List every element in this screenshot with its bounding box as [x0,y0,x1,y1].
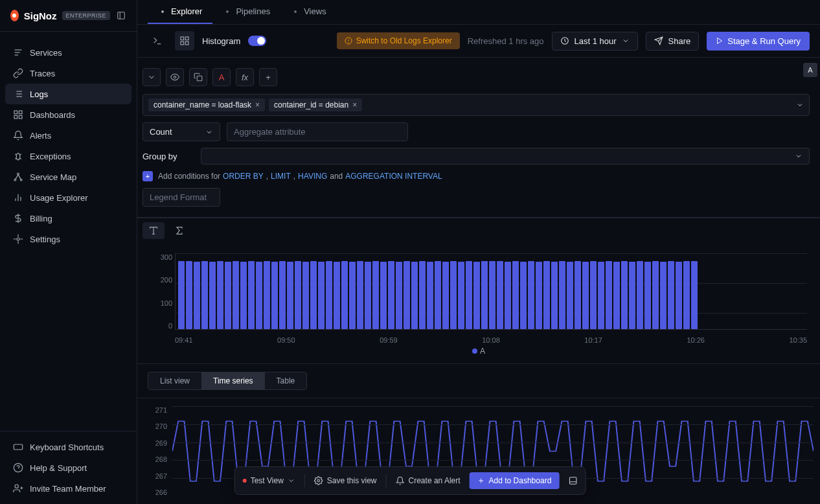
sidebar-item-keyboard-shortcuts[interactable]: Keyboard Shortcuts [5,437,131,457]
mode-label: Histogram [202,36,240,46]
chevron-down-icon[interactable] [142,68,161,86]
agg-interval-link[interactable]: AGGREGATION INTERVAL [345,172,442,181]
user-plus-icon [13,483,23,494]
sidebar-item-services[interactable]: Services [5,42,131,63]
sidebar-collapse-button[interactable] [115,8,126,23]
tab-views[interactable]: Views [280,0,336,24]
svg-rect-13 [19,115,22,119]
legend-format-input[interactable]: Legend Format [142,188,220,207]
svg-point-34 [162,10,163,12]
svg-point-36 [295,10,296,12]
sidebar-item-alerts[interactable]: Alerts [5,125,131,146]
group-by-label: Group by [142,148,194,165]
group-by-select[interactable] [201,148,810,165]
svg-point-17 [14,179,16,181]
tier-badge: ENTERPRISE [62,11,111,20]
sidebar-item-service-map[interactable]: Service Map [5,166,131,187]
share-label: Share [668,36,691,46]
view-tab-time-series[interactable]: Time series [201,372,265,389]
fx-button[interactable]: fx [236,68,254,86]
svg-marker-48 [718,38,722,44]
help-icon [13,463,23,473]
view-tab-list-view[interactable]: List view [148,372,201,389]
sidebar-item-logs[interactable]: Logs [5,84,131,104]
chevron-down-icon[interactable] [796,101,804,109]
sidebar-item-dashboards[interactable]: Dashboards [5,104,131,125]
svg-line-20 [18,175,21,179]
having-link[interactable]: HAVING [298,172,327,181]
query-badge-a[interactable]: A [212,68,231,86]
switch-old-label: Switch to Old Logs Explorer [356,36,452,45]
chart-legend: A [150,344,807,358]
close-icon[interactable]: × [352,100,357,109]
plus-icon[interactable]: + [142,171,153,181]
expand-button[interactable] [568,476,577,485]
add-to-dashboard-button[interactable]: Add to Dashboard [470,472,560,489]
svg-rect-38 [181,37,184,40]
svg-point-25 [17,238,19,240]
sidebar-item-help-support[interactable]: Help & Support [5,457,131,478]
terminal-button[interactable] [148,31,167,51]
filter-tag: container_name = load-flask× [148,98,265,111]
svg-rect-0 [117,12,124,19]
query-letter-badge: A [803,63,817,77]
svg-rect-11 [14,111,17,114]
svg-rect-41 [185,41,188,45]
sql-mode-button[interactable] [142,222,165,239]
tab-pipelines[interactable]: Pipelines [212,0,280,24]
svg-point-18 [20,179,22,181]
histogram-chart [175,253,807,330]
sidebar-item-exceptions[interactable]: Exceptions [5,146,131,166]
copy-button[interactable] [189,68,207,86]
svg-rect-39 [185,37,188,40]
filter-input[interactable]: container_name = load-flask× container_i… [142,94,810,116]
logs-icon [13,89,23,99]
floating-action-bar: Test View Save this view Create an Alert… [234,466,586,495]
chart-icon [13,192,23,203]
sidebar-item-usage-explorer[interactable]: Usage Explorer [5,187,131,208]
limit-link[interactable]: LIMIT [271,172,291,181]
histogram-toggle[interactable] [248,36,266,46]
dollar-icon [13,213,23,223]
gear-icon [13,234,23,244]
timerange-dropdown[interactable]: Last 1 hour [552,32,638,51]
sidebar-item-billing[interactable]: Billing [5,208,131,229]
sidebar-item-invite-team-member[interactable]: Invite Team Member [5,478,131,499]
logo [10,10,19,21]
svg-point-35 [227,10,228,12]
svg-rect-56 [569,477,576,485]
builder-button[interactable] [175,31,194,51]
brand-name: SigNoz [24,10,57,21]
visibility-toggle[interactable] [166,68,184,86]
aggregate-attribute-input[interactable]: Aggregate attribute [227,122,408,141]
timerange-label: Last 1 hour [575,36,617,46]
keyboard-icon [13,442,23,452]
bug-icon [13,151,23,161]
refreshed-label: Refreshed 1 hrs ago [468,36,544,46]
aggregation-select[interactable]: Count [142,122,220,141]
bars-icon [13,47,23,58]
svg-point-53 [317,479,320,482]
share-button[interactable]: Share [646,32,700,51]
save-view-button[interactable]: Save this view [314,476,377,485]
add-query-button[interactable]: + [259,68,277,86]
filter-tag: container_id = debian× [269,98,362,111]
tab-explorer[interactable]: Explorer [148,0,212,24]
switch-old-explorer-button[interactable]: Switch to Old Logs Explorer [337,32,460,49]
svg-point-49 [174,76,176,78]
svg-rect-14 [14,115,17,119]
view-tab-table[interactable]: Table [265,372,307,389]
svg-rect-50 [197,76,202,81]
order-by-link[interactable]: ORDER BY [223,172,264,181]
svg-point-29 [14,463,22,472]
view-name-select[interactable]: Test View [243,476,295,485]
grid-icon [13,109,23,120]
sigma-mode-button[interactable] [168,222,190,239]
run-query-button[interactable]: Stage & Run Query [707,32,810,51]
status-dot-icon [243,479,247,483]
create-alert-button[interactable]: Create an Alert [396,476,461,485]
svg-point-31 [15,485,18,488]
close-icon[interactable]: × [255,100,260,109]
sidebar-item-traces[interactable]: Traces [5,63,131,84]
sidebar-item-settings[interactable]: Settings [5,229,131,249]
